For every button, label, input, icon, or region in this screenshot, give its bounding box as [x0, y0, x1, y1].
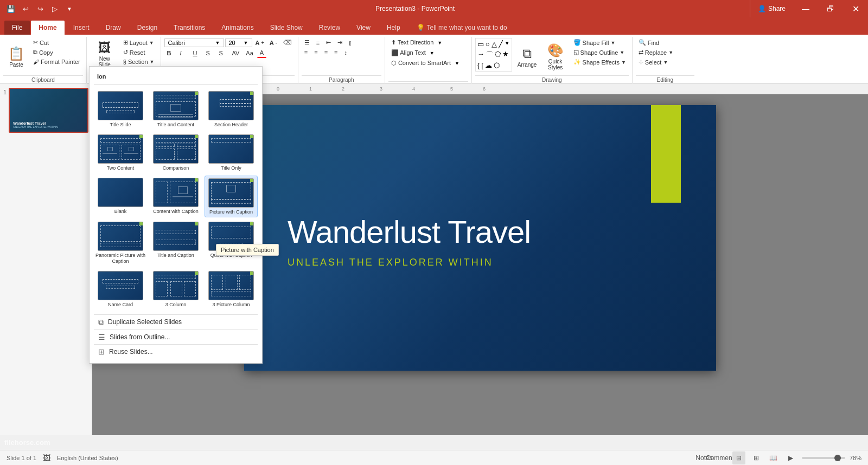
case-button[interactable]: Aa: [243, 49, 256, 57]
align-center-button[interactable]: ≡: [311, 48, 320, 57]
char-spacing-button[interactable]: AV: [229, 49, 242, 57]
section-button[interactable]: § Section ▼: [120, 57, 157, 66]
slide-subtitle[interactable]: UNLEASH THE EXPLORER WITHIN: [288, 257, 493, 268]
layout-button[interactable]: ⊞ Layout ▼: [120, 38, 157, 47]
shape-line[interactable]: ╱: [498, 40, 503, 49]
tab-file[interactable]: File: [4, 21, 30, 35]
convert-smartart-button[interactable]: ⬡ Convert to SmartArt: [388, 59, 454, 68]
layout-title-content[interactable]: Title and Content: [149, 89, 202, 130]
copy-button[interactable]: ⧉ Copy: [30, 48, 83, 57]
tab-draw[interactable]: Draw: [98, 21, 129, 35]
align-left-button[interactable]: ≡: [302, 48, 310, 57]
select-button[interactable]: ⊹ Select ▼: [636, 57, 676, 67]
text-dir-dropdown[interactable]: ▼: [437, 40, 442, 46]
tab-transitions[interactable]: Transitions: [166, 21, 213, 35]
increase-indent-button[interactable]: ⇥: [335, 38, 345, 47]
layout-3-column[interactable]: 3 Column: [149, 269, 202, 310]
bullets-button[interactable]: ☰: [302, 38, 312, 47]
columns-button[interactable]: ⫿: [346, 38, 355, 47]
cut-button[interactable]: ✂ Cut: [30, 38, 83, 47]
normal-view-button[interactable]: ⊟: [732, 451, 745, 464]
reset-button[interactable]: ↺ Reset: [120, 48, 157, 57]
select-dropdown[interactable]: ▼: [663, 60, 668, 65]
clear-format-button[interactable]: ⌫: [280, 38, 295, 47]
shape-star[interactable]: ★: [502, 49, 509, 60]
font-color-button[interactable]: A: [257, 48, 266, 58]
shape-cloud[interactable]: ☁: [484, 61, 493, 70]
shape-brace[interactable]: {: [477, 61, 480, 70]
shape-outline-button[interactable]: ◱ Shape Outline ▼: [571, 48, 629, 57]
save-qat-button[interactable]: 💾: [4, 2, 17, 15]
increase-font-button[interactable]: A+: [253, 39, 266, 47]
font-name-dropdown[interactable]: Calibri ▼: [164, 38, 224, 47]
line-spacing-button[interactable]: ↕: [342, 48, 350, 57]
align-text-button[interactable]: ⬛ Align Text: [388, 48, 429, 57]
decrease-font-button[interactable]: A-: [267, 39, 279, 47]
reading-view-button[interactable]: 📖: [767, 451, 780, 464]
find-button[interactable]: 🔍 Find: [636, 38, 676, 47]
effects-dropdown[interactable]: ▼: [621, 60, 626, 65]
layout-picture-caption[interactable]: Picture with Caption: [205, 176, 258, 218]
layout-blank[interactable]: Blank: [94, 176, 147, 218]
zoom-slider[interactable]: [802, 457, 845, 459]
slide-canvas[interactable]: Wanderlust Travel UNLEASH THE EXPLORER W…: [244, 105, 716, 371]
undo-qat-button[interactable]: ↩: [19, 2, 32, 15]
shape-triangle[interactable]: △: [491, 40, 497, 49]
comments-button[interactable]: Comments: [715, 451, 728, 464]
shape-bracket[interactable]: [: [481, 61, 484, 70]
replace-button[interactable]: ⇄ Replace ▼: [636, 48, 676, 57]
layout-comparison[interactable]: Comparison: [149, 132, 202, 173]
decrease-indent-button[interactable]: ⇤: [323, 38, 334, 47]
layout-panoramic[interactable]: Panoramic Picture with Caption: [94, 219, 147, 267]
layout-3-picture-column[interactable]: 3 Picture Column: [205, 269, 258, 310]
shape-rect[interactable]: ▭: [477, 40, 484, 49]
tab-help[interactable]: Help: [379, 21, 408, 35]
tab-view[interactable]: View: [349, 21, 378, 35]
slideshow-button[interactable]: ▶: [784, 451, 797, 464]
layout-two-content[interactable]: Two Content: [94, 132, 147, 173]
tab-animations[interactable]: Animations: [214, 21, 261, 35]
minimize-button[interactable]: —: [793, 0, 818, 17]
underline-button[interactable]: U: [190, 49, 202, 57]
start-presentation-button[interactable]: ▷: [48, 2, 61, 15]
slides-from-outline-menu-item[interactable]: ☰ Slides from Outline...: [94, 330, 258, 344]
layout-name-card[interactable]: Name Card: [94, 269, 147, 310]
text-direction-button[interactable]: ⬆ Text Direction: [388, 38, 437, 47]
slide-thumbnail[interactable]: Wanderlust Travel UNLEASH THE EXPLORER W…: [9, 88, 88, 133]
strikethrough-button[interactable]: S: [203, 49, 215, 57]
tab-home[interactable]: Home: [31, 21, 64, 35]
align-text-dropdown[interactable]: ▼: [430, 50, 435, 56]
layout-quote-caption[interactable]: Quote with Caption: [205, 219, 258, 267]
redo-qat-button[interactable]: ↪: [34, 2, 47, 15]
slide-title[interactable]: Wanderlust Travel: [288, 214, 531, 250]
tab-slideshow[interactable]: Slide Show: [263, 21, 310, 35]
arrange-button[interactable]: ⧉ Arrange: [514, 38, 540, 75]
justify-button[interactable]: ≡: [331, 48, 340, 57]
qat-dropdown-button[interactable]: ▼: [63, 2, 76, 15]
bold-button[interactable]: B: [164, 49, 176, 57]
tab-insert[interactable]: Insert: [66, 21, 97, 35]
shapes-more[interactable]: ▼: [504, 40, 510, 49]
quick-styles-button[interactable]: 🎨 Quick Styles: [542, 38, 569, 75]
font-size-dropdown[interactable]: 20 ▼: [225, 38, 252, 47]
layout-title-slide[interactable]: Title Slide: [94, 89, 147, 130]
shape-effects-button[interactable]: ✨ Shape Effects ▼: [571, 57, 629, 67]
format-painter-button[interactable]: 🖌 Format Painter: [30, 57, 83, 66]
share-button[interactable]: 👤 Tell me what you want to do Share: [750, 0, 793, 17]
duplicate-slides-menu-item[interactable]: ⧉ Duplicate Selected Slides: [94, 314, 258, 330]
reuse-slides-menu-item[interactable]: ⊞ Reuse Slides...: [94, 344, 258, 359]
shape-misc[interactable]: ⬡: [493, 61, 500, 70]
replace-dropdown[interactable]: ▼: [668, 50, 673, 55]
tab-review[interactable]: Review: [311, 21, 348, 35]
restore-button[interactable]: 🗗: [818, 0, 843, 17]
tab-design[interactable]: Design: [130, 21, 165, 35]
fill-dropdown[interactable]: ▼: [611, 40, 616, 46]
paste-button[interactable]: 📋 Paste: [3, 38, 29, 75]
shape-fill-button[interactable]: 🪣 Shape Fill ▼: [571, 38, 629, 47]
align-right-button[interactable]: ≡: [322, 48, 330, 57]
close-button[interactable]: ✕: [843, 0, 868, 17]
shape-curve[interactable]: ⌒: [486, 49, 494, 60]
italic-button[interactable]: I: [177, 49, 189, 57]
numbering-button[interactable]: ≡: [314, 38, 322, 47]
shape-circle[interactable]: ○: [485, 40, 490, 49]
